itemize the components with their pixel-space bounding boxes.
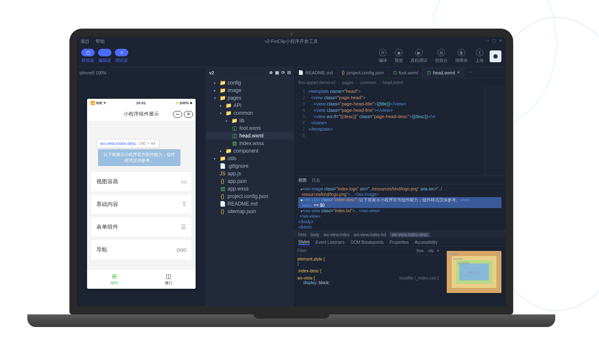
editor-tab[interactable]: ◫foot.wxml [389,67,423,78]
tree-node[interactable]: {}sitemap.json [206,208,294,215]
dom-line[interactable]: ▸<wx-view class="index-bd">…</wx-view> [298,208,501,214]
menu-project[interactable]: 项目 [80,38,90,45]
collapse-icon[interactable]: ⊟ [287,70,291,75]
dom-crumb[interactable]: body [310,232,320,237]
code-editor[interactable]: 12345678 <template name="head"> <view cl… [294,87,506,176]
close-icon[interactable]: × [457,70,460,75]
breadcrumb-item[interactable]: pages [342,80,353,85]
highlighted-element[interactable]: 以下将展示小程序官方组件能力，组件样式仅供参考。 [98,149,180,166]
capsule-close[interactable]: ⦿ [184,111,193,118]
editor-tab[interactable]: ◫head.wxml× [423,67,464,78]
dom-line[interactable]: </wx-view> [298,214,501,219]
avatar[interactable] [490,50,501,62]
tree-node[interactable]: ◫head.wxml [206,132,294,140]
breadcrumb-item[interactable]: head.wxml [383,80,403,85]
rule-source[interactable]: localfile:/_index.css:2 [400,276,440,280]
dt-tab[interactable]: 日志 [312,177,320,183]
tree-node[interactable]: ▸📁utils [206,155,294,162]
action-0[interactable]: ⟳编译 [379,49,387,63]
code-line[interactable]: <template name="head"> [308,88,485,95]
code-line[interactable]: <view wx:if="{{desc}}" class="page-head-… [308,113,485,120]
mode-1[interactable]: 编辑器 [98,49,111,63]
css-rule[interactable]: .index-desc {</span></div><div class="pr… [297,269,439,273]
menu-help[interactable]: 帮助 [95,38,105,45]
code-lines[interactable]: <template name="head"> <view class="page… [308,87,485,176]
styles-tab[interactable]: Accessibility [415,240,437,245]
styles-tab[interactable]: Properties [390,240,409,245]
code-line[interactable]: <view class="page-head-line"></view> [308,107,485,113]
action-5[interactable]: ↥上传 [475,49,484,63]
action-4[interactable]: 🗑清缓存 [455,49,468,63]
hov-toggle[interactable]: :hov [416,248,424,253]
dom-line[interactable]: </body> [298,219,501,224]
mode-0[interactable]: ▢模拟器 [81,49,95,63]
css-rules[interactable]: element.style {}.index-desc {</span></di… [294,255,443,306]
dom-line[interactable]: ▸<wx-view class="index-desc">以下将展示小程序官方组… [298,197,501,203]
tree-node[interactable]: ◫foot.wxml [206,124,294,132]
minimap[interactable] [485,87,506,176]
dom-inspector[interactable]: ▸<wx-image class="index-logo" src="../re… [294,185,506,231]
refresh-icon[interactable]: ⟳ [281,70,285,75]
dt-tab[interactable]: 视图 [298,177,307,183]
tree-node[interactable]: ▸📁component [206,147,294,155]
add-rule-icon[interactable]: + [437,248,439,253]
tree-node[interactable]: ▧app.wxss [206,185,294,193]
tree-node[interactable]: ▸📁API [206,102,294,109]
code-line[interactable]: </view> [308,120,485,126]
dom-crumb[interactable]: html [298,232,306,237]
css-rule[interactable]: wx-view {localfile:/_index.css:2display:… [297,276,439,285]
window-maximize[interactable]: ▢ [492,39,496,43]
css-rule[interactable]: element.style {} [297,257,439,266]
styles-tab[interactable]: DOM Breakpoints [350,240,384,245]
tree-node[interactable]: ▾📁pages [206,94,294,102]
code-line[interactable]: <view class="page-head-title">{{title}}<… [308,101,485,107]
code-line[interactable]: <view class="page-head"> [308,95,485,101]
action-1[interactable]: ◉预览 [395,49,403,63]
cls-toggle[interactable]: .cls [427,248,433,253]
editor-tab[interactable]: {}project.config.json [337,67,388,78]
list-item[interactable]: 表单组件☰ [91,217,191,237]
tree-node[interactable]: ▸📁config [206,79,294,87]
dom-line[interactable]: </html> [298,224,501,230]
tree-node[interactable]: 📄README.md [206,200,294,208]
tree-node[interactable]: ▸📁image [206,87,294,94]
filter-input[interactable] [297,248,412,253]
breadcrumb-item[interactable]: common [360,80,376,85]
code-line[interactable]: </template> [308,126,485,132]
css-property[interactable]: display: block; [297,280,439,285]
phone-tab[interactable]: ◫接口 [141,270,196,289]
dom-crumb[interactable]: wx-view.index-hd [354,232,386,237]
tree-node[interactable]: 📄.gitignore [206,162,294,170]
dom-line[interactable]: view> == $0 [298,203,501,208]
action-2[interactable]: ▶真机调试 [411,49,427,63]
list-item[interactable]: 视图容器▭ [91,172,191,191]
list-item[interactable]: 导航ooo [91,240,191,259]
code-line[interactable] [308,132,485,139]
capsule-menu[interactable]: ••• [173,111,182,118]
window-minimize[interactable]: — [485,39,490,43]
mode-2[interactable]: ⫴调试器 [115,49,128,63]
new-folder-icon[interactable]: ▣ [275,70,279,75]
tree-node[interactable]: JSapp.js [206,170,294,177]
list-item[interactable]: 基础内容𝕋 [91,195,191,214]
tree-node[interactable]: {}app.json [206,177,294,185]
dom-line[interactable]: resources/kind/logo.png">…</wx-image> [298,192,501,197]
phone-tab[interactable]: ⊞组件 [87,270,141,289]
tree-node[interactable]: ▾📁common [206,109,294,117]
styles-tab[interactable]: Styles [298,240,310,245]
box-model[interactable]: margin 10 border padding 240 × 44 [447,251,501,293]
new-file-icon[interactable]: ⊕ [269,70,273,75]
action-3[interactable]: ⊞切后台 [435,49,448,63]
dom-line[interactable]: ▸<wx-image class="index-logo" src="../re… [298,186,501,192]
tree-node[interactable]: ▸📁lib [206,117,294,124]
tree-node[interactable]: {}project.config.json [206,193,294,200]
dom-crumb[interactable]: wx-view.index [324,232,350,237]
breadcrumb-item[interactable]: fino-applet-demo-v2 [298,80,336,85]
dom-crumb[interactable]: wx-view.index-desc [390,232,429,237]
tab-more-icon[interactable]: ⋯ [464,67,476,78]
window-close[interactable]: ✕ [499,39,503,43]
styles-tab[interactable]: Event Listeners [315,240,345,245]
tree-node[interactable]: ▧index.wxss [206,140,294,147]
editor-tab[interactable]: 📄README.md [294,67,337,78]
file-tree[interactable]: ▸📁config▸📁image▾📁pages▸📁API▾📁common▸📁lib… [206,78,294,306]
